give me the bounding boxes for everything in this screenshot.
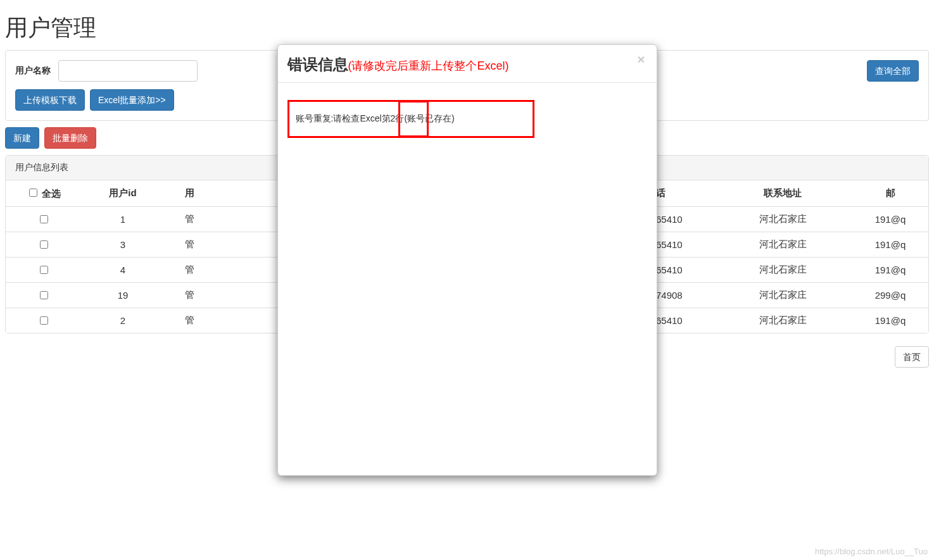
col-user: 用 [164,180,215,207]
cell-user-id: 1 [82,207,164,232]
row-checkbox[interactable] [40,240,48,249]
query-all-button[interactable]: 查询全部 [867,60,919,82]
first-page-button[interactable]: 首页 [895,346,929,368]
select-all-label: 全选 [42,188,61,199]
cell-email: 299@q [852,283,928,308]
error-modal: × 错误信息(请修改完后重新上传整个Excel) 账号重复:请检查Excel第2… [277,44,657,380]
new-button[interactable]: 新建 [5,127,39,149]
cell-address: 河北石家庄 [713,207,852,232]
col-address: 联系地址 [713,180,852,207]
username-input[interactable] [58,60,198,82]
username-label: 用户名称 [15,65,51,77]
modal-body: 账号重复:请检查Excel第2行(账号已存在) [278,83,657,380]
cell-address: 河北石家庄 [713,308,852,333]
cell-email: 191@q [852,232,928,258]
row-checkbox[interactable] [40,316,48,325]
row-checkbox[interactable] [40,215,48,223]
cell-user: 管 [164,283,215,308]
row-checkbox[interactable] [40,266,48,274]
cell-user: 管 [164,232,215,258]
cell-email: 191@q [852,308,928,333]
bulk-delete-button[interactable]: 批量删除 [44,127,96,149]
cell-email: 191@q [852,207,928,232]
cell-user: 管 [164,308,215,333]
cell-user: 管 [164,258,215,283]
cell-address: 河北石家庄 [713,258,852,283]
cell-address: 河北石家庄 [713,283,852,308]
cell-address: 河北石家庄 [713,232,852,258]
cell-user-id: 19 [82,283,164,308]
cell-user-id: 4 [82,258,164,283]
cell-user-id: 3 [82,232,164,258]
cell-email: 191@q [852,258,928,283]
cell-user: 管 [164,207,215,232]
col-email: 邮 [852,180,928,207]
modal-close-button[interactable]: × [633,51,648,68]
excel-bulk-add-button[interactable]: Excel批量添加>> [90,89,174,111]
modal-subtitle: (请修改完后重新上传整个Excel) [348,59,509,72]
error-message: 账号重复:请检查Excel第2行(账号已存在) [296,113,455,123]
page-title: 用户管理 [5,13,934,44]
download-template-button[interactable]: 上传模板下载 [15,89,85,111]
modal-header: × 错误信息(请修改完后重新上传整个Excel) [278,45,657,83]
row-checkbox[interactable] [40,291,48,299]
col-user-id: 用户id [82,180,164,207]
error-highlight-box: 账号重复:请检查Excel第2行(账号已存在) [287,100,534,138]
select-all-checkbox[interactable] [29,189,37,197]
modal-title: 错误信息 [287,56,348,73]
cell-user-id: 2 [82,308,164,333]
